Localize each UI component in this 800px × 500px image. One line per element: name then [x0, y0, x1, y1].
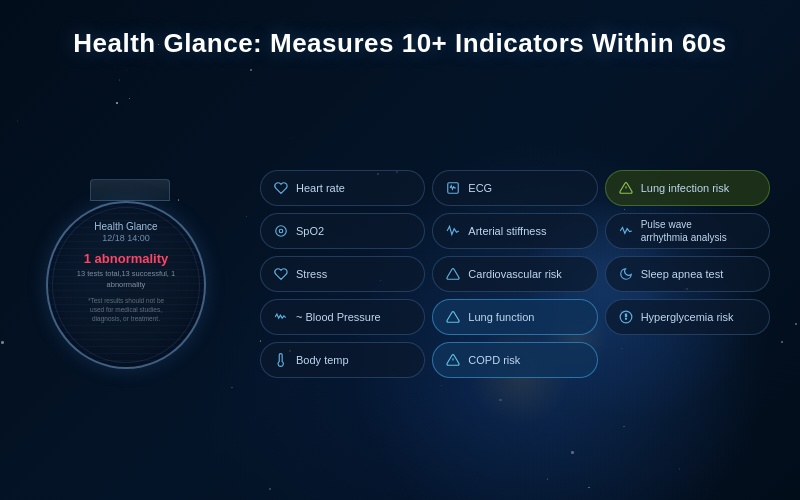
pulse-wave-label: Pulse wavearrhythmia analysis: [641, 218, 727, 244]
body-temp-icon: [273, 352, 289, 368]
pill-sleep-apnea[interactable]: Sleep apnea test: [605, 256, 770, 292]
sleep-apnea-label: Sleep apnea test: [641, 268, 724, 280]
blood-pressure-icon: [273, 309, 289, 325]
pill-pulse-wave[interactable]: Pulse wavearrhythmia analysis: [605, 213, 770, 249]
spo2-icon: [273, 223, 289, 239]
watch-date: 12/18 14:00: [102, 233, 150, 243]
pill-lung-infection[interactable]: Lung infection risk: [605, 170, 770, 206]
heart-icon: [273, 180, 289, 196]
ecg-label: ECG: [468, 182, 492, 194]
pill-stress[interactable]: Stress: [260, 256, 425, 292]
stress-icon: [273, 266, 289, 282]
main-content: Health Glance: Measures 10+ Indicators W…: [0, 0, 800, 500]
ecg-icon: [445, 180, 461, 196]
pill-ecg[interactable]: ECG: [432, 170, 597, 206]
watch: Health Glance 12/18 14:00 1 abnormality …: [46, 179, 214, 379]
watch-label: Health Glance: [94, 221, 157, 232]
watch-sub: 13 tests total,13 successful, 1abnormali…: [77, 269, 175, 290]
pill-arterial[interactable]: Arterial stiffness: [432, 213, 597, 249]
pill-hyperglycemia[interactable]: Hyperglycemia risk: [605, 299, 770, 335]
stress-label: Stress: [296, 268, 327, 280]
spo2-label: SpO2: [296, 225, 324, 237]
lung-function-label: Lung function: [468, 311, 534, 323]
lung-infection-icon: [618, 180, 634, 196]
cardiovascular-icon: [445, 266, 461, 282]
hyperglycemia-icon: [618, 309, 634, 325]
svg-point-3: [276, 226, 287, 237]
lung-function-icon: [445, 309, 461, 325]
watch-abnormality: 1 abnormality: [84, 251, 169, 266]
pill-body-temp[interactable]: Body temp: [260, 342, 425, 378]
arterial-icon: [445, 223, 461, 239]
watch-note: *Test results should not beused for medi…: [84, 296, 168, 323]
arterial-label: Arterial stiffness: [468, 225, 546, 237]
watch-container: Health Glance 12/18 14:00 1 abnormality …: [30, 179, 230, 379]
svg-point-4: [279, 229, 283, 233]
blood-pressure-label: ~ Blood Pressure: [296, 311, 381, 323]
watch-strap-top: [90, 179, 170, 201]
page-title: Health Glance: Measures 10+ Indicators W…: [0, 0, 800, 59]
copd-label: COPD risk: [468, 354, 520, 366]
cardiovascular-label: Cardiovascular risk: [468, 268, 562, 280]
watch-body: Health Glance 12/18 14:00 1 abnormality …: [46, 201, 206, 369]
pill-heart-rate[interactable]: Heart rate: [260, 170, 425, 206]
main-area: Health Glance 12/18 14:00 1 abnormality …: [0, 59, 800, 479]
pill-copd[interactable]: COPD risk: [432, 342, 597, 378]
pill-lung-function[interactable]: Lung function: [432, 299, 597, 335]
hyperglycemia-label: Hyperglycemia risk: [641, 311, 734, 323]
sleep-icon: [618, 266, 634, 282]
heart-rate-label: Heart rate: [296, 182, 345, 194]
pill-cardiovascular[interactable]: Cardiovascular risk: [432, 256, 597, 292]
indicators-grid: Heart rate ECG Lung in: [250, 170, 770, 388]
pill-spo2[interactable]: SpO2: [260, 213, 425, 249]
lung-infection-label: Lung infection risk: [641, 182, 730, 194]
pill-blood-pressure[interactable]: ~ Blood Pressure: [260, 299, 425, 335]
pulse-icon: [618, 223, 634, 239]
body-temp-label: Body temp: [296, 354, 349, 366]
copd-icon: [445, 352, 461, 368]
